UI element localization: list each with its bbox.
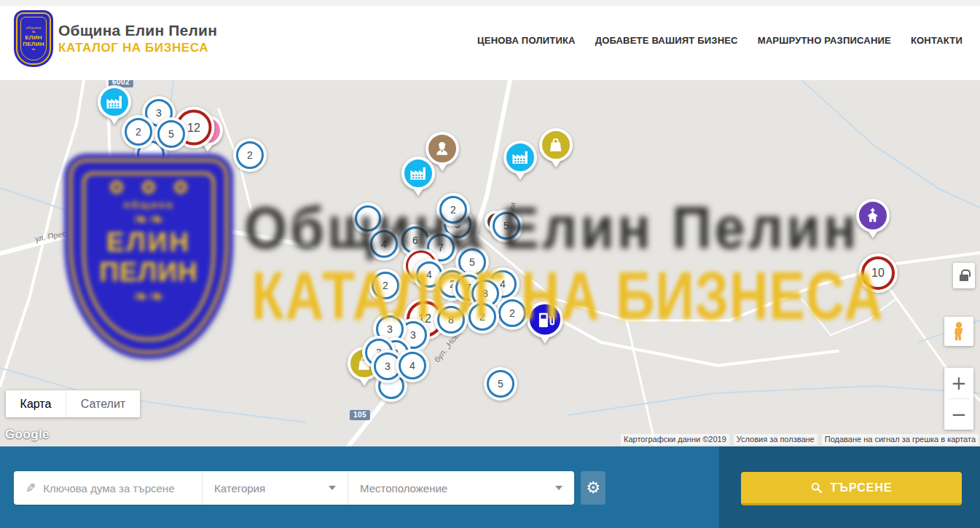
map-cluster[interactable]: 2 (369, 269, 402, 302)
nav-item-add-business[interactable]: ДОБАВЕТЕ ВАШИЯТ БИЗНЕС (595, 35, 738, 46)
cluster-count: 2 (247, 149, 253, 161)
cluster-count: 8 (448, 314, 454, 326)
map-cluster[interactable]: 4 (367, 227, 401, 261)
zoom-out-button[interactable]: − (944, 399, 973, 430)
cluster-count: 2 (136, 126, 141, 138)
cluster-count: 6 (412, 235, 418, 246)
cluster-count: 5 (503, 220, 509, 232)
pegman-icon (949, 320, 968, 342)
brand-text: Община Елин Пелин КАТАЛОГ НА БИЗНЕСА (58, 22, 217, 55)
map-cluster[interactable]: 10 (858, 253, 898, 293)
cluster-count: 10 (871, 267, 885, 280)
nav-item-route-schedule[interactable]: МАРШРУТНО РАЗПИСАНИЕ (758, 35, 891, 46)
cluster-count: 4 (381, 238, 387, 250)
chevron-down-icon (555, 486, 562, 490)
cluster-count: 5 (469, 256, 475, 268)
main-nav: ЦЕНОВА ПОЛИТИКА ДОБАВЕТЕ ВАШИЯТ БИЗНЕС М… (477, 0, 963, 80)
chevron-down-icon (329, 486, 336, 490)
keyword-field-wrap: ✎ (14, 471, 203, 505)
search-bar: ✎ Категория Местоположение ⚙ ТЪРСЕНЕ (0, 446, 980, 528)
search-icon (810, 481, 823, 494)
zoom-in-button[interactable]: + (944, 368, 973, 398)
cluster-count: 12 (187, 121, 200, 134)
category-dropdown[interactable]: Категория (203, 471, 348, 505)
search-button-label: ТЪРСЕНЕ (830, 481, 892, 494)
lock-icon (960, 275, 968, 281)
map-cluster[interactable]: 2 (122, 115, 155, 149)
map-cluster[interactable]: 4 (396, 349, 429, 382)
cluster-count: 8 (482, 288, 488, 299)
maptype-satellite-button[interactable]: Сателит (66, 390, 140, 417)
municipality-logo: община ❧ ЕЛИН ПЕЛИН ❧ (16, 12, 51, 65)
map-canvas[interactable]: ул. Преславбул. „Новоселции6002105 31225… (0, 80, 980, 446)
map-cluster[interactable]: 5 (154, 117, 188, 151)
lock-button[interactable] (953, 263, 975, 288)
category-dropdown-label: Категория (214, 482, 265, 494)
cluster-count: 2 (509, 307, 515, 319)
cluster-count: 2 (479, 311, 485, 323)
cluster-count: 2 (450, 204, 456, 216)
cluster-count: 3 (156, 107, 162, 119)
map-cluster[interactable]: 5 (484, 367, 517, 401)
cluster-count: 4 (426, 269, 432, 280)
cluster-count: 3 (410, 329, 416, 341)
report-map-error-link[interactable]: Подаване на сигнал за грешка в картата (822, 434, 979, 445)
cluster-count: 7 (438, 242, 444, 253)
cluster-count: 2 (383, 280, 388, 291)
page: община ❧ ЕЛИН ПЕЛИН ❧ Община Елин Пелин … (0, 0, 980, 528)
search-submit-button[interactable]: ТЪРСЕНЕ (741, 472, 962, 505)
map-cluster[interactable]: 8 (434, 303, 468, 336)
keyword-search-input[interactable] (43, 482, 193, 494)
emblem-border (20, 17, 47, 60)
map-cluster[interactable]: 5 (490, 209, 523, 243)
cluster-count: 5 (498, 378, 503, 390)
pegman-streetview-button[interactable] (944, 317, 973, 346)
gear-icon: ⚙ (586, 480, 600, 496)
map-cluster[interactable]: 2 (436, 193, 470, 226)
cluster-count: 3 (387, 323, 393, 335)
maptype-map-button[interactable]: Карта (6, 390, 66, 417)
map-clusters-layer: 312252325467542274822128338334510 (0, 80, 980, 446)
site-subtitle: КАТАЛОГ НА БИЗНЕСА (58, 41, 217, 55)
zoom-control: + − (944, 368, 973, 430)
site-title: Община Елин Пелин (58, 22, 217, 39)
advanced-search-button[interactable]: ⚙ (581, 471, 605, 505)
maptype-control: Карта Сателит (6, 390, 140, 417)
location-dropdown[interactable]: Местоположение (348, 471, 574, 505)
cluster-count: 5 (168, 128, 174, 140)
map-data-copyright: Картографски данни ©2019 (621, 434, 729, 445)
map-cluster[interactable]: 2 (233, 138, 267, 172)
terms-of-use-link[interactable]: Условия за ползване (734, 434, 818, 445)
map-cluster[interactable]: 2 (495, 296, 529, 330)
brand[interactable]: община ❧ ЕЛИН ПЕЛИН ❧ Община Елин Пелин … (16, 12, 217, 65)
nav-item-contacts[interactable]: КОНТАКТИ (911, 35, 963, 46)
search-fields-group: ✎ Категория Местоположение (14, 471, 574, 505)
pencil-icon: ✎ (26, 481, 36, 495)
cluster-count: 4 (409, 360, 415, 371)
map-attribution: Картографски данни ©2019 Условия за полз… (621, 434, 979, 445)
map-cluster[interactable]: 2 (466, 300, 499, 334)
location-dropdown-label: Местоположение (360, 482, 447, 494)
nav-item-pricing[interactable]: ЦЕНОВА ПОЛИТИКА (477, 35, 576, 46)
google-logo[interactable]: Google (5, 427, 50, 442)
site-header: община ❧ ЕЛИН ПЕЛИН ❧ Община Елин Пелин … (0, 0, 980, 80)
cluster-count: 3 (385, 360, 391, 372)
